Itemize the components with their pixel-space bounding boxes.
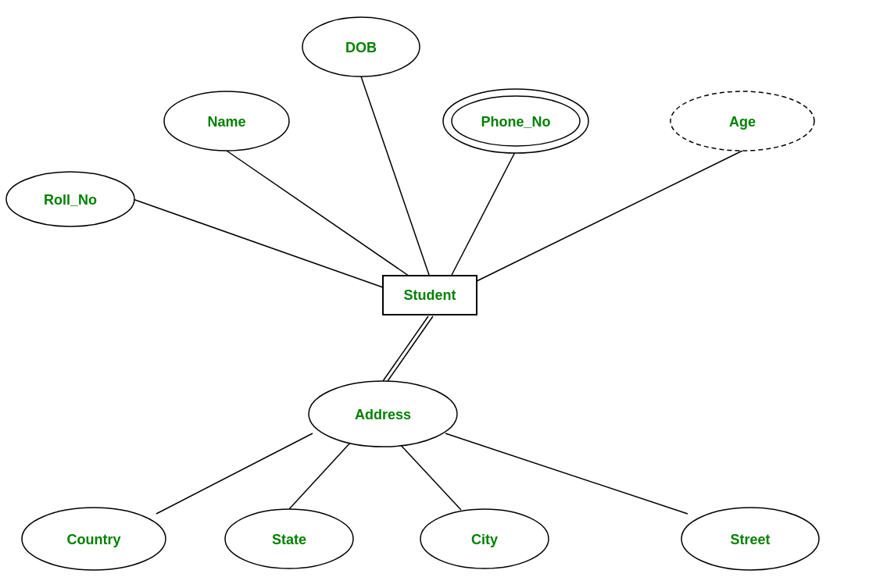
address-label: Address (355, 407, 411, 422)
country-label: Country (67, 532, 121, 547)
connector-student-phone (449, 151, 516, 280)
phone-label: Phone_No (481, 114, 550, 130)
dob-label: DOB (345, 40, 377, 55)
connector-student-name (227, 151, 414, 280)
connector-address-country (156, 433, 313, 514)
connector-student-age (477, 151, 742, 281)
connector-student-address-2 (388, 316, 433, 381)
connector-student-address-1 (383, 316, 428, 381)
rollno-label: Roll_No (44, 192, 97, 208)
student-label: Student (404, 287, 456, 303)
name-label: Name (207, 114, 245, 130)
state-label: State (272, 532, 306, 547)
connector-student-dob (361, 77, 430, 277)
street-label: Street (730, 532, 770, 547)
city-label: City (471, 532, 498, 547)
connector-address-state (289, 441, 352, 509)
connector-address-street (445, 433, 688, 514)
connector-address-city (399, 443, 461, 510)
age-label: Age (729, 114, 756, 130)
connector-student-rollno (133, 199, 383, 287)
